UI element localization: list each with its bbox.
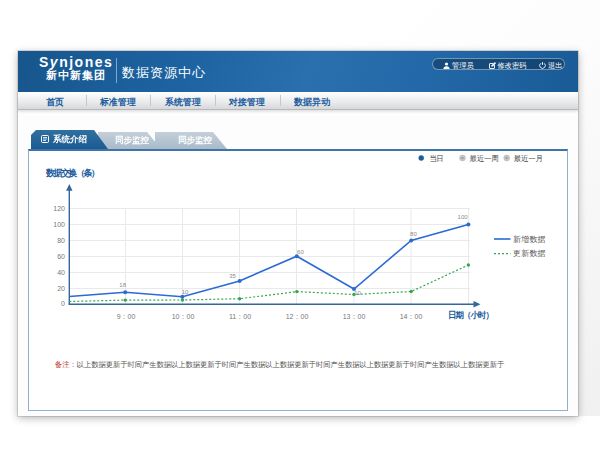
svg-text:20: 20 [57,285,65,292]
svg-text:35: 35 [229,273,236,279]
svg-text:10：00: 10：00 [172,313,195,320]
svg-text:12：00: 12：00 [286,313,309,320]
svg-text:更新数据: 更新数据 [513,249,546,258]
svg-text:100: 100 [53,221,65,228]
svg-text:0: 0 [61,300,65,307]
svg-text:40: 40 [57,269,65,276]
svg-text:120: 120 [53,205,65,212]
svg-text:100: 100 [458,214,469,220]
svg-text:60: 60 [297,249,304,255]
svg-text:10: 10 [182,289,189,295]
svg-text:最近一月: 最近一月 [514,154,543,163]
svg-text:60: 60 [57,253,65,260]
svg-text:80: 80 [57,237,65,244]
svg-text:13：00: 13：00 [343,313,366,320]
svg-text:日期（小时）: 日期（小时） [448,310,494,320]
svg-text:当日: 当日 [430,154,444,163]
svg-text:新增数据: 新增数据 [513,235,546,244]
svg-text:14：00: 14：00 [400,313,423,320]
svg-text:18: 18 [119,282,126,288]
svg-text:80: 80 [410,231,417,237]
svg-text:9：00: 9：00 [117,313,136,320]
svg-text:数据交换（条）: 数据交换（条） [45,168,100,178]
svg-text:11：00: 11：00 [229,313,251,320]
svg-text:10: 10 [354,290,361,296]
svg-text:最近一周: 最近一周 [470,154,499,163]
